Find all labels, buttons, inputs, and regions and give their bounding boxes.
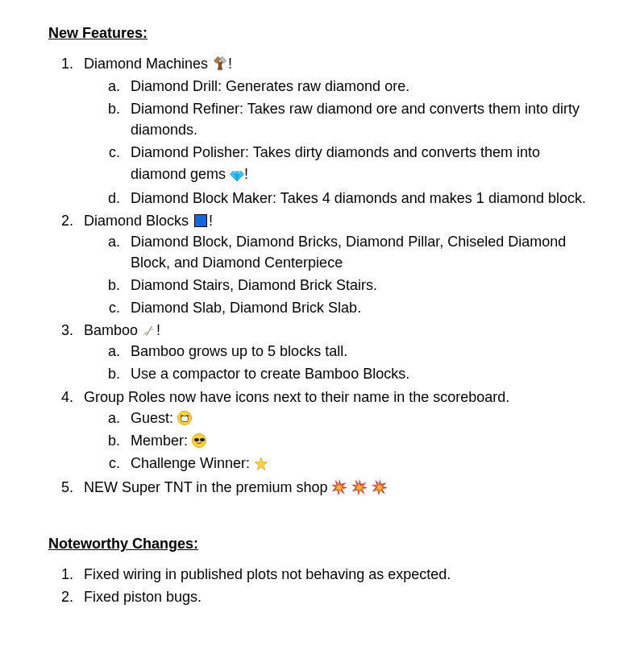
document-page: New Features: Diamond Machines ! Diamond… — [0, 0, 644, 633]
list-item: Diamond Block, Diamond Bricks, Diamond P… — [124, 231, 596, 273]
list-item: Fixed piston bugs. — [77, 586, 596, 607]
list-item: NEW Super TNT in the premium shop — [77, 477, 596, 499]
list-item: Group Roles now have icons next to their… — [77, 387, 596, 475]
sub-item-text: Diamond Stairs, Diamond Brick Stairs. — [131, 277, 377, 293]
sub-item-text: Diamond Polisher: Takes dirty diamonds a… — [131, 144, 540, 181]
face-shades-icon — [192, 433, 206, 448]
list-item: Bamboo ! Bamboo grows up to 5 blocks tal… — [77, 320, 596, 384]
face-grin-icon — [177, 411, 192, 425]
list-item: Use a compactor to create Bamboo Blocks. — [124, 363, 596, 384]
section-header-new-features: New Features: — [48, 23, 596, 43]
item-text: Fixed piston bugs. — [84, 589, 202, 605]
list-item: Guest: — [124, 408, 596, 428]
sub-item-text: Bamboo grows up to 5 blocks tall. — [131, 343, 347, 359]
new-features-list: Diamond Machines ! Diamond Drill: Genera… — [60, 53, 596, 499]
list-item: Bamboo grows up to 5 blocks tall. — [124, 341, 596, 362]
list-item: Diamond Stairs, Diamond Brick Stairs. — [124, 275, 596, 296]
sub-item-text: Use a compactor to create Bamboo Blocks. — [131, 366, 409, 382]
item-suffix: ! — [228, 56, 232, 72]
boom-icon — [372, 478, 388, 499]
svg-marker-6 — [255, 457, 268, 470]
sub-item-text: Diamond Refiner: Takes raw diamond ore a… — [131, 101, 580, 138]
bamboo-icon — [142, 321, 156, 336]
blue-square-icon — [194, 214, 207, 227]
gem-icon — [230, 165, 244, 186]
sub-item-text: Diamond Slab, Diamond Brick Slab. — [131, 300, 361, 316]
section-header-noteworthy-changes: Noteworthy Changes: — [48, 533, 596, 554]
star-icon — [254, 454, 268, 475]
item-text: Diamond Machines — [84, 56, 212, 72]
sub-item-text: Guest: — [131, 410, 177, 426]
item-text: NEW Super TNT in the premium shop — [84, 479, 331, 495]
list-item: Fixed wiring in published plots not beha… — [77, 564, 596, 585]
sublist: Diamond Block, Diamond Bricks, Diamond P… — [106, 231, 596, 318]
item-suffix: ! — [156, 322, 160, 338]
sublist: Bamboo grows up to 5 blocks tall. Use a … — [106, 341, 596, 384]
list-item: Diamond Block Maker: Takes 4 diamonds an… — [124, 188, 596, 209]
sub-item-text: Diamond Block, Diamond Bricks, Diamond P… — [131, 234, 566, 271]
sublist: Diamond Drill: Generates raw diamond ore… — [106, 76, 596, 209]
item-text: Group Roles now have icons next to their… — [84, 389, 509, 405]
list-item: Diamond Drill: Generates raw diamond ore… — [124, 76, 596, 97]
sub-item-suffix: ! — [244, 166, 248, 182]
sub-item-text: Member: — [131, 433, 192, 449]
sub-item-text: Challenge Winner: — [131, 455, 254, 471]
item-suffix: ! — [209, 213, 213, 229]
list-item: Diamond Slab, Diamond Brick Slab. — [124, 297, 596, 318]
list-item: Diamond Refiner: Takes raw diamond ore a… — [124, 98, 596, 140]
list-item: Diamond Machines ! Diamond Drill: Genera… — [77, 53, 596, 209]
list-item: Challenge Winner: — [124, 453, 596, 475]
sub-item-text: Diamond Block Maker: Takes 4 diamonds an… — [131, 190, 586, 206]
boom-icon — [331, 478, 347, 499]
list-item: Diamond Polisher: Takes dirty diamonds a… — [124, 142, 596, 185]
item-text: Fixed wiring in published plots not beha… — [84, 566, 451, 582]
boom-icon — [351, 478, 368, 499]
list-item: Member: — [124, 430, 596, 451]
item-text: Bamboo — [84, 322, 142, 338]
sublist: Guest: Member: Challenge Winner: — [106, 408, 596, 475]
item-text: Diamond Blocks — [84, 213, 193, 229]
noteworthy-changes-list: Fixed wiring in published plots not beha… — [60, 564, 596, 607]
hammer-pick-icon — [212, 55, 228, 76]
list-item: Diamond Blocks ! Diamond Block, Diamond … — [77, 210, 596, 318]
sub-item-text: Diamond Drill: Generates raw diamond ore… — [131, 78, 409, 94]
